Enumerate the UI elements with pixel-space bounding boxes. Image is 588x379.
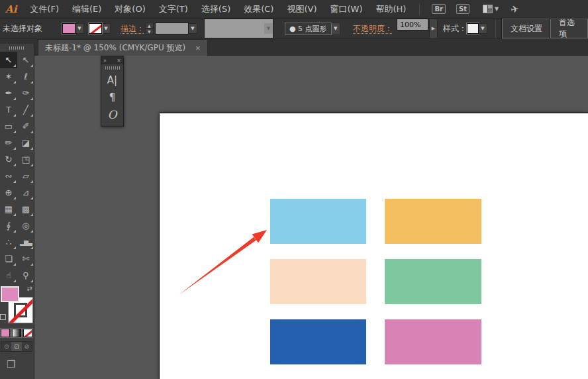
rect-peach[interactable] — [270, 259, 366, 304]
none-button[interactable] — [23, 329, 32, 337]
opacity-label[interactable]: 不透明度： — [353, 19, 393, 38]
screen-mode-button[interactable]: ❐ — [7, 358, 34, 370]
gradient-tool[interactable]: ▩ — [17, 201, 34, 217]
stock-button[interactable]: St — [456, 4, 469, 14]
selection-tool[interactable]: ↖ — [0, 52, 17, 68]
eraser-tool[interactable]: ◪ — [17, 135, 34, 151]
opacity-expand-icon[interactable]: ▶ — [429, 19, 438, 38]
stroke-color-control[interactable]: ▼ — [89, 19, 111, 38]
mesh-tool[interactable]: ▦ — [0, 201, 17, 217]
menu-item-5[interactable]: 效果(C) — [237, 0, 280, 19]
rect-green[interactable] — [385, 259, 481, 304]
magic-wand-tool[interactable]: ✶ — [0, 68, 17, 85]
stroke-weight-stepper[interactable]: ▲ ▼ — [145, 19, 154, 38]
menu-item-0[interactable]: 文件(F) — [23, 0, 66, 19]
shape-builder-tool-icon: ⊕ — [5, 188, 13, 197]
paintbrush-tool[interactable]: ✐ — [17, 118, 34, 135]
width-profile-dropdown[interactable]: ▼ — [204, 19, 273, 38]
brush-definition-dropdown[interactable]: ● 5 点圆形 ▼ — [285, 19, 340, 38]
paragraph-panel-icon[interactable]: ¶ — [101, 89, 123, 106]
hand-tool[interactable]: ☝ — [0, 267, 17, 284]
rectangle-tool[interactable]: ▭ — [0, 118, 17, 135]
document-tab-bar: 未标题-1* @ 150% (CMYK/GPU 预览) × — [0, 38, 588, 56]
type-tool[interactable]: T — [0, 101, 17, 118]
panel-grip[interactable] — [9, 46, 25, 50]
default-fill-stroke-icon[interactable] — [0, 314, 6, 320]
rect-dark-blue[interactable] — [270, 319, 366, 364]
blend-tool[interactable]: ◎ — [17, 217, 34, 234]
stroke-weight-dropdown[interactable]: ▼ — [155, 19, 197, 38]
menu-item-8[interactable]: 帮助(H) — [369, 0, 413, 19]
menu-item-2[interactable]: 对象(O) — [108, 0, 152, 19]
rotate-tool[interactable]: ↻ — [0, 151, 17, 168]
bridge-button[interactable]: Br — [432, 4, 446, 14]
stepper-down-icon[interactable]: ▼ — [145, 28, 154, 34]
fill-color-control[interactable]: ▼ — [62, 19, 84, 38]
column-graph-tool[interactable]: ▂▆▃ — [17, 234, 34, 250]
tool-dock: ↖↖✶ℓ✒✑T╱▭✐✏◪↻◳∾▱⊕⊿▦▩∮◎∴▂▆▃❏✄☝⚲ ⇄ ⊙⊡⊘ ❐ — [0, 38, 34, 379]
eraser-tool-icon: ◪ — [22, 138, 30, 148]
canvas-area[interactable]: » × A|¶O — [34, 56, 588, 379]
document-setup-button[interactable]: 文档设置 — [502, 19, 551, 38]
chevron-down-icon[interactable]: ▼ — [332, 23, 340, 35]
rect-light-blue[interactable] — [270, 199, 366, 244]
gradient-button[interactable] — [12, 329, 21, 337]
chevron-down-icon[interactable]: ▼ — [189, 23, 197, 34]
menu-item-1[interactable]: 编辑(E) — [66, 0, 108, 19]
lasso-tool-icon: ℓ — [24, 72, 27, 81]
opentype-panel-icon[interactable]: O — [101, 106, 123, 123]
selection-tool-icon: ↖ — [5, 55, 13, 65]
stroke-label[interactable]: 描边： — [121, 19, 144, 38]
free-transform-tool[interactable]: ▱ — [17, 168, 34, 184]
fill-stroke-indicator: ⇄ — [0, 285, 34, 326]
symbol-sprayer-tool[interactable]: ∴ — [0, 234, 17, 250]
close-icon[interactable]: × — [117, 58, 121, 64]
document-tab[interactable]: 未标题-1* @ 150% (CMYK/GPU 预览) × — [38, 39, 208, 56]
drawing-mode-1-button[interactable]: ⊡ — [11, 342, 21, 351]
preferences-button[interactable]: 首选项 — [550, 19, 588, 38]
menu-item-4[interactable]: 选择(S) — [195, 0, 237, 19]
menu-item-7[interactable]: 窗口(W) — [324, 0, 369, 19]
artboard-tool[interactable]: ❏ — [0, 250, 17, 267]
chevron-down-icon[interactable]: ▼ — [102, 23, 111, 34]
eyedropper-tool[interactable]: ∮ — [0, 217, 17, 234]
stepper-up-icon[interactable]: ▲ — [145, 23, 154, 28]
chevron-down-icon[interactable]: ▼ — [75, 23, 84, 34]
perspective-grid-tool[interactable]: ⊿ — [17, 184, 34, 201]
scale-tool[interactable]: ◳ — [17, 151, 34, 168]
color-button[interactable] — [1, 329, 10, 337]
rocket-icon[interactable]: ✈ — [509, 2, 520, 15]
pencil-tool[interactable]: ✏ — [0, 135, 17, 151]
chevron-down-icon[interactable]: ▼ — [479, 23, 487, 34]
lasso-tool[interactable]: ℓ — [17, 68, 34, 85]
panel-grip[interactable] — [105, 66, 120, 70]
pen-tool[interactable]: ✒ — [0, 85, 17, 101]
expand-panel-icon[interactable]: » — [103, 58, 107, 64]
drawing-mode-0-button[interactable]: ⊙ — [1, 342, 11, 351]
style-dropdown[interactable]: ▼ — [467, 19, 487, 38]
fill-indicator[interactable] — [1, 286, 19, 302]
stroke-none-swatch[interactable] — [89, 23, 102, 34]
paintbrush-tool-icon: ✐ — [23, 121, 30, 131]
line-segment-tool[interactable]: ╱ — [17, 101, 34, 118]
menu-item-3[interactable]: 文字(T) — [152, 0, 195, 19]
direct-selection-tool[interactable]: ↖ — [17, 52, 34, 68]
workspace-switcher-button[interactable]: ▼ — [483, 5, 499, 13]
menu-item-6[interactable]: 视图(V) — [280, 0, 323, 19]
drawing-mode-2-button[interactable]: ⊘ — [22, 342, 32, 351]
panel-header: » × — [101, 56, 123, 64]
shape-builder-tool[interactable]: ⊕ — [0, 184, 17, 201]
brush-definition-value[interactable]: ● 5 点圆形 — [285, 23, 332, 35]
opacity-input[interactable]: 100% — [397, 19, 428, 30]
swap-fill-stroke-icon[interactable]: ⇄ — [27, 285, 32, 292]
curvature-tool[interactable]: ✑ — [17, 85, 34, 101]
slice-tool[interactable]: ✄ — [17, 250, 34, 267]
close-icon[interactable]: × — [195, 44, 201, 52]
character-panel-icon[interactable]: A| — [101, 72, 123, 89]
fill-color-swatch[interactable] — [62, 23, 75, 34]
rect-pink[interactable] — [385, 319, 481, 364]
zoom-tool[interactable]: ⚲ — [17, 267, 34, 284]
style-swatch[interactable] — [467, 23, 479, 34]
width-tool[interactable]: ∾ — [0, 168, 17, 184]
rect-orange[interactable] — [385, 199, 481, 244]
